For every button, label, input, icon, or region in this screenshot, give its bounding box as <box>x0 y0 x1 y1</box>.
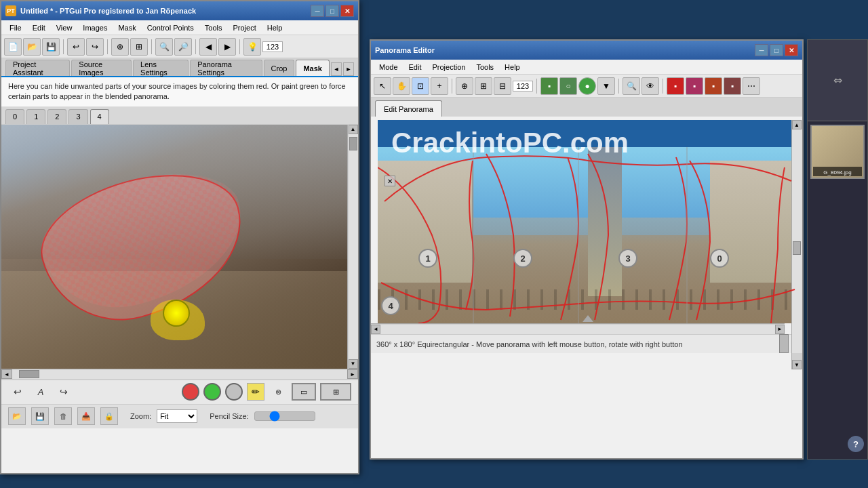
tab-project-assistant[interactable]: Project Assistant <box>5 60 70 76</box>
delete-btn[interactable]: 🗑 <box>54 407 72 425</box>
align-hv-btn[interactable]: ⊟ <box>494 77 511 95</box>
red2-btn[interactable]: ▪ <box>686 77 703 95</box>
add-cp-btn[interactable]: + <box>431 77 448 95</box>
align-h-btn[interactable]: ⊕ <box>456 77 473 95</box>
sphere-view-btn[interactable]: ● <box>578 77 596 95</box>
crop-tool-btn[interactable]: ⊡ <box>412 77 429 95</box>
pano-scroll-thumb[interactable] <box>793 241 801 255</box>
next-img-btn[interactable]: ▶ <box>218 38 236 56</box>
hscroll-left-btn[interactable]: ◄ <box>1 369 12 379</box>
eraser-btn[interactable]: ⊗ <box>269 382 288 401</box>
img-tab-1[interactable]: 1 <box>26 109 45 124</box>
red-paint-btn[interactable] <box>182 383 199 401</box>
table-btn[interactable]: ⊞ <box>130 38 148 56</box>
panorama-canvas[interactable]: CrackintoPC.com <box>378 120 798 323</box>
close-btn-right[interactable]: ✕ <box>785 44 798 56</box>
tab-scroll-right[interactable]: ► <box>343 62 354 76</box>
zoom-fit-btn[interactable]: 🔍 <box>623 77 640 95</box>
pano-hscroll-left[interactable]: ◄ <box>371 325 380 334</box>
vscroll-thumb[interactable] <box>349 137 357 150</box>
menu-mode[interactable]: Mode <box>374 62 403 73</box>
img-tab-2[interactable]: 2 <box>47 109 66 124</box>
tab-scroll-left[interactable]: ◄ <box>331 62 342 76</box>
tab-lens-settings[interactable]: Lens Settings <box>133 60 189 76</box>
tab-mask[interactable]: Mask <box>296 60 330 76</box>
more-btn[interactable]: ⋯ <box>743 77 760 95</box>
close-panel-btn[interactable]: ✕ <box>384 176 395 186</box>
menu-edit[interactable]: Edit <box>27 22 51 33</box>
tab-crop[interactable]: Crop <box>264 60 295 76</box>
tab-panorama-settings[interactable]: Panorama Settings <box>190 60 262 76</box>
menu-tools[interactable]: Tools <box>199 22 228 33</box>
undo-btn[interactable]: ↩ <box>67 38 85 56</box>
dropdown-btn[interactable]: ▼ <box>597 77 615 95</box>
redo-btn[interactable]: ↪ <box>86 38 104 56</box>
vscroll-up[interactable]: ▲ <box>349 125 358 134</box>
hscroll-right-btn[interactable]: ► <box>347 369 358 379</box>
eye-btn[interactable]: 👁 <box>642 77 659 95</box>
menu-file[interactable]: File <box>4 22 27 33</box>
lock-btn[interactable]: 🔒 <box>100 407 118 425</box>
import-btn[interactable]: 📥 <box>77 407 95 425</box>
save-file-btn[interactable]: 💾 <box>31 407 49 425</box>
menu-view[interactable]: View <box>51 22 78 33</box>
zoomout-btn[interactable]: 🔎 <box>174 38 192 56</box>
close-btn-left[interactable]: ✕ <box>340 5 354 17</box>
pano-scroll-track[interactable] <box>792 129 802 353</box>
maximize-btn-right[interactable]: □ <box>770 44 783 56</box>
thumbnail-g8094[interactable]: G_8094.jpg <box>810 125 865 179</box>
hscroll-thumb[interactable] <box>19 370 39 378</box>
new-btn[interactable]: 📄 <box>4 38 22 56</box>
vert-scroll-indicator[interactable] <box>779 334 789 353</box>
save-btn[interactable]: 💾 <box>42 38 60 56</box>
img-tab-0[interactable]: 0 <box>5 109 24 124</box>
open-btn[interactable]: 📂 <box>23 38 41 56</box>
img-tab-3[interactable]: 3 <box>68 109 87 124</box>
align-btn[interactable]: ⊕ <box>111 38 129 56</box>
menu-edit-right[interactable]: Edit <box>403 62 427 73</box>
green2-view-btn[interactable]: ○ <box>559 77 577 95</box>
vscroll-track[interactable] <box>349 134 358 359</box>
menu-projection[interactable]: Projection <box>427 62 471 73</box>
open-file-btn[interactable]: 📂 <box>8 407 26 425</box>
tab-source-images[interactable]: Source Images <box>71 60 132 76</box>
zoom-dropdown[interactable]: Fit 25% 50% 100% 200% <box>157 409 197 423</box>
dual-rect-btn[interactable]: ⊞ <box>320 383 351 401</box>
green-paint-btn[interactable] <box>203 383 221 401</box>
green-view-btn[interactable]: ▪ <box>540 77 558 95</box>
minimize-btn-left[interactable]: ─ <box>311 5 324 17</box>
vscroll-down[interactable]: ▼ <box>349 359 358 369</box>
red3-btn[interactable]: ▪ <box>705 77 722 95</box>
pano-hscroll-track[interactable] <box>380 325 775 334</box>
zoomin-btn[interactable]: 🔍 <box>155 38 173 56</box>
pencil-tool-btn[interactable]: ✏ <box>247 383 264 401</box>
menu-project[interactable]: Project <box>228 22 262 33</box>
undo-mask-btn[interactable]: ↩ <box>8 382 27 401</box>
menu-controlpoints[interactable]: Control Points <box>142 22 199 33</box>
menu-tools-right[interactable]: Tools <box>471 62 499 73</box>
red4-btn[interactable]: ▪ <box>724 77 741 95</box>
maximize-btn-left[interactable]: □ <box>326 5 339 17</box>
gray-paint-btn[interactable] <box>225 383 243 401</box>
minimize-btn-right[interactable]: ─ <box>755 44 768 56</box>
info-btn[interactable]: 💡 <box>243 38 261 56</box>
redo-mask-btn[interactable]: ↪ <box>54 382 73 401</box>
prev-img-btn[interactable]: ◀ <box>199 38 217 56</box>
menu-images[interactable]: Images <box>77 22 113 33</box>
red1-btn[interactable]: ▪ <box>667 77 684 95</box>
select-tool-btn[interactable]: ↖ <box>374 77 391 95</box>
text-btn[interactable]: A <box>31 382 50 401</box>
tab-edit-panorama[interactable]: Edit Panorama <box>375 100 442 117</box>
pano-vscroll[interactable]: ▲ ▼ <box>791 120 802 369</box>
pano-scroll-down[interactable]: ▼ <box>792 360 802 369</box>
hand-tool-btn[interactable]: ✋ <box>393 77 410 95</box>
help-btn-sidebar[interactable]: ? <box>848 436 864 452</box>
menu-help-right[interactable]: Help <box>499 62 526 73</box>
mask-image-canvas[interactable] <box>1 125 347 369</box>
vscroll-left[interactable]: ▲ ▼ <box>347 125 358 369</box>
align-v-btn[interactable]: ⊞ <box>475 77 492 95</box>
hscroll-track[interactable] <box>12 369 347 379</box>
rect-tool-btn[interactable]: ▭ <box>292 383 316 401</box>
menu-mask[interactable]: Mask <box>113 22 141 33</box>
img-tab-4[interactable]: 4 <box>90 109 109 124</box>
